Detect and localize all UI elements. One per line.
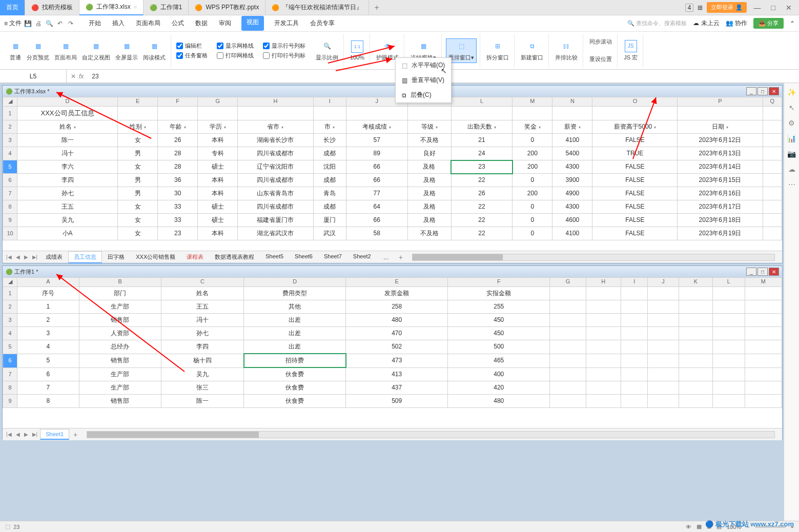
split-window-button[interactable]: ⊞拆分窗口: [484, 39, 511, 63]
cell[interactable]: 不及格: [407, 134, 451, 147]
row-6[interactable]: 6: [3, 174, 17, 187]
cell[interactable]: 23: [451, 160, 513, 174]
cell[interactable]: 女: [118, 214, 158, 227]
cell[interactable]: 22: [451, 200, 513, 214]
cell[interactable]: 413: [346, 367, 448, 381]
cell[interactable]: 武汉: [313, 227, 346, 240]
row-3[interactable]: 3: [3, 134, 17, 147]
sheet-tab-田字格[interactable]: 田字格: [102, 251, 130, 263]
filter-icon[interactable]: ▾: [333, 125, 335, 130]
fx-icon[interactable]: fx: [79, 73, 84, 80]
cell[interactable]: 成都: [313, 174, 346, 187]
menu-tab-插入[interactable]: 插入: [111, 16, 126, 31]
chart-icon[interactable]: 📊: [787, 134, 796, 142]
name-box[interactable]: L5: [0, 70, 67, 83]
filter-icon[interactable]: ▾: [74, 125, 76, 130]
filter-icon[interactable]: ▾: [654, 125, 656, 130]
col-H[interactable]: H: [238, 97, 313, 107]
row-5[interactable]: 5: [3, 340, 17, 354]
command-search[interactable]: 🔍 查找命令、搜索模板: [627, 19, 687, 27]
cell[interactable]: 420: [448, 381, 550, 395]
hdr-部门[interactable]: 部门: [79, 287, 161, 300]
cell[interactable]: 3: [17, 327, 79, 340]
cell[interactable]: 出差: [244, 314, 346, 327]
cell[interactable]: 8: [17, 395, 79, 408]
col-F[interactable]: F: [158, 97, 198, 107]
cell[interactable]: 销售部: [79, 314, 161, 327]
cell[interactable]: 女: [118, 160, 158, 174]
hdr-费用类型[interactable]: 费用类型: [244, 287, 346, 300]
cell[interactable]: 成都: [313, 200, 346, 214]
cell[interactable]: 26: [158, 134, 198, 147]
cell[interactable]: 冯十: [161, 314, 244, 327]
cell[interactable]: 0: [513, 200, 552, 214]
sheet-nav-next[interactable]: ▶: [23, 254, 30, 260]
cell[interactable]: 509: [346, 395, 448, 408]
cell[interactable]: 出差: [244, 340, 346, 354]
col-M[interactable]: M: [513, 97, 552, 107]
cell[interactable]: 本科: [198, 174, 238, 187]
cell[interactable]: 四川省成都市: [238, 147, 313, 160]
cell[interactable]: 2023年6月19日: [678, 227, 763, 240]
cell[interactable]: 其他: [244, 300, 346, 314]
cell[interactable]: 男: [118, 187, 158, 200]
cell[interactable]: 本科: [198, 134, 238, 147]
sheet-nav-next[interactable]: ▶: [23, 432, 30, 437]
maximize-button[interactable]: □: [768, 4, 778, 12]
cell[interactable]: 30: [158, 187, 198, 200]
cell[interactable]: 吴九: [161, 367, 244, 381]
cell[interactable]: 1: [17, 300, 79, 314]
filter-icon[interactable]: ▾: [144, 125, 146, 130]
cell[interactable]: 张三: [161, 381, 244, 395]
cell[interactable]: 本科: [198, 187, 238, 200]
cell[interactable]: FALSE: [592, 134, 678, 147]
col-D[interactable]: D: [244, 278, 346, 287]
camera-icon[interactable]: 📷: [787, 150, 796, 158]
cell[interactable]: 李六: [17, 160, 118, 174]
cell[interactable]: 男: [118, 174, 158, 187]
cell[interactable]: 400: [448, 367, 550, 381]
cascade-item[interactable]: ⧉层叠(C): [396, 88, 451, 103]
hdr-性别[interactable]: 性别▾: [118, 120, 158, 134]
cell[interactable]: 李四: [17, 174, 118, 187]
sheet-tab-XXX公司销售额[interactable]: XXX公司销售额: [130, 251, 181, 263]
more-icon[interactable]: ⋯: [788, 180, 795, 189]
cell[interactable]: 4: [17, 340, 79, 354]
sheet-nav-first[interactable]: |◀: [5, 432, 13, 437]
cell[interactable]: 23: [158, 227, 198, 240]
row-9[interactable]: 9: [3, 395, 17, 408]
hdr-出勤天数[interactable]: 出勤天数▾: [451, 120, 513, 134]
cell[interactable]: 伙食费: [244, 395, 346, 408]
js-macro-button[interactable]: JSJS 宏: [622, 39, 640, 63]
cell[interactable]: TRUE: [592, 147, 678, 160]
preview-icon[interactable]: 🔍: [45, 19, 54, 28]
cell[interactable]: 470: [346, 327, 448, 340]
sheet-tab-成绩表[interactable]: 成绩表: [40, 251, 68, 263]
col-M[interactable]: M: [745, 278, 782, 287]
col-L[interactable]: L: [713, 278, 745, 287]
title-cell[interactable]: XXX公司员工信息: [17, 107, 118, 120]
hdr-奖金[interactable]: 奖金▾: [513, 120, 552, 134]
menu-tab-视图[interactable]: 视图: [241, 16, 264, 31]
cell[interactable]: 2023年6月18日: [678, 214, 763, 227]
close-button[interactable]: ✕: [783, 4, 795, 12]
hdr-考核成绩[interactable]: 考核成绩▾: [346, 120, 407, 134]
cell[interactable]: FALSE: [592, 200, 678, 214]
row-7[interactable]: 7: [3, 187, 17, 200]
cell[interactable]: 出差: [244, 327, 346, 340]
cell[interactable]: 招待费: [244, 354, 346, 367]
wb-min-button[interactable]: _: [746, 268, 756, 276]
compare-button[interactable]: ⫿⫿并排比较: [553, 39, 580, 63]
row-2[interactable]: 2: [3, 120, 17, 134]
cell[interactable]: 男: [118, 147, 158, 160]
sheet-tab-Sheet5[interactable]: Sheet5: [260, 251, 289, 263]
col-A[interactable]: A: [17, 278, 79, 287]
check-显示行号列标[interactable]: 显示行号列标: [263, 42, 305, 50]
cell[interactable]: 480: [346, 314, 448, 327]
save-icon[interactable]: 💾: [23, 19, 32, 28]
cell[interactable]: 四川省成都市: [238, 174, 313, 187]
cell[interactable]: 2: [17, 314, 79, 327]
cell[interactable]: 22: [451, 174, 513, 187]
cell[interactable]: 李四: [161, 340, 244, 354]
cell[interactable]: 66: [346, 174, 407, 187]
